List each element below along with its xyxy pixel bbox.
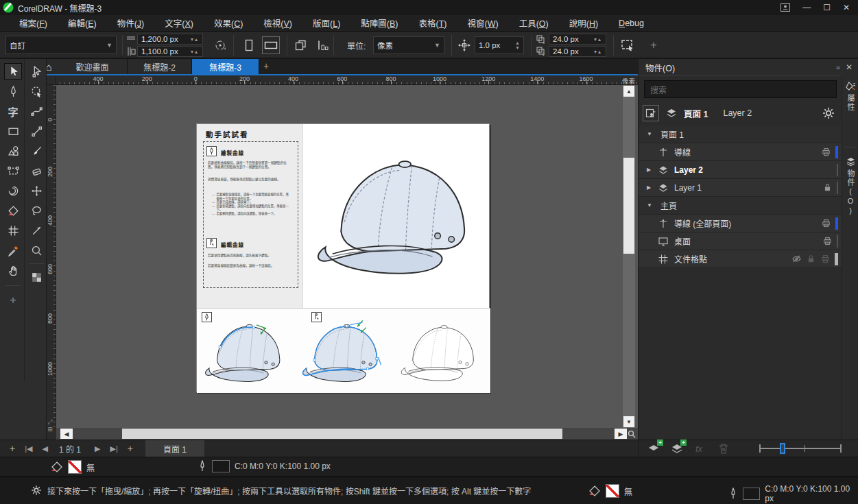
menu-檢視V[interactable]: 檢視(V)	[254, 14, 302, 32]
spline-tool[interactable]	[27, 103, 45, 119]
menu-版面L[interactable]: 版面(L)	[303, 14, 350, 32]
envelope-tool[interactable]	[4, 163, 22, 179]
layer-row-桌面[interactable]: 桌面	[639, 232, 842, 250]
minimize-button[interactable]: —	[802, 3, 811, 12]
gear-icon[interactable]	[822, 106, 835, 120]
menu-物件J[interactable]: 物件(J)	[108, 14, 154, 32]
layer-color-bar[interactable]	[835, 217, 838, 230]
rectangle-tool[interactable]	[4, 123, 22, 139]
page-artwork[interactable]: 動手試試看 繪製曲線 若要繪製曲線線段，請按一下您想要放置第一個節點的位置，然後…	[196, 123, 490, 392]
maximize-button[interactable]: ☐	[823, 3, 831, 12]
eraser-tool[interactable]	[27, 163, 45, 179]
lock-icon[interactable]	[806, 254, 816, 264]
eyedropper-tool[interactable]	[4, 242, 22, 259]
menu-檔案F[interactable]: 檔案(F)	[10, 14, 57, 32]
layer-color-bar[interactable]	[835, 146, 838, 158]
statusbar-fill-none-swatch[interactable]	[606, 484, 619, 498]
next-page-button[interactable]: ▶	[95, 444, 100, 453]
portrait-page-button[interactable]	[240, 36, 258, 54]
pick-tool[interactable]	[4, 63, 22, 80]
horizontal-scrollbar[interactable]: ◀ ▶	[56, 428, 638, 440]
text-tool[interactable]: 字	[4, 103, 22, 119]
docker-tab-objects[interactable]: 物件(O)	[842, 156, 858, 216]
scroll-right-button[interactable]: ▶	[615, 429, 627, 439]
last-page-button[interactable]: ▶|	[110, 444, 117, 453]
horizontal-scroll-thumb[interactable]	[122, 429, 562, 439]
menu-效果C[interactable]: 效果(C)	[204, 14, 252, 32]
drawing-canvas[interactable]: 動手試試看 繪製曲線 若要繪製曲線線段，請按一下您想要放置第一個節點的位置，然後…	[56, 85, 638, 428]
page-width-field[interactable]: 1,200.0 px▾▴	[137, 34, 203, 45]
eye-off-icon[interactable]	[791, 254, 802, 264]
new-layer-button[interactable]: +	[647, 442, 662, 455]
menu-編輯E[interactable]: 編輯(E)	[58, 14, 106, 32]
close-button[interactable]: ✕	[843, 3, 850, 12]
slider-handle[interactable]	[780, 443, 785, 454]
menu-表格T[interactable]: 表格(T)	[409, 14, 457, 32]
horizontal-ruler[interactable]: 像素 40020002004006008001000120014001600	[56, 75, 638, 85]
document-tab-無標題-3[interactable]: 無標題-3	[192, 59, 259, 74]
outline-color-swatch[interactable]	[212, 460, 230, 472]
layer-row-文件格點[interactable]: 文件格點	[639, 250, 842, 268]
add-page-end-button[interactable]: +	[128, 443, 133, 454]
pen-tool[interactable]	[4, 83, 22, 99]
docker-active-row[interactable]: 頁面 1 Layer 2	[639, 102, 842, 124]
layer-row-Layer 2[interactable]: ▶Layer 2	[639, 161, 842, 179]
scroll-up-button[interactable]: ▲	[623, 86, 634, 97]
menu-文字X[interactable]: 文字(X)	[155, 14, 203, 32]
transparency-tool[interactable]	[27, 269, 45, 285]
cap-step1-image[interactable]	[200, 314, 291, 391]
graph-paper-tool[interactable]	[4, 222, 22, 239]
menu-Debug[interactable]: Debug	[609, 16, 654, 30]
menu-視窗W[interactable]: 視窗(W)	[457, 14, 508, 32]
all-pages-icon[interactable]	[292, 36, 310, 54]
scroll-down-button[interactable]: ▼	[623, 416, 634, 427]
more-tools-button[interactable]: +	[4, 292, 22, 309]
document-tab-無標題-2[interactable]: 無標題-2	[128, 59, 192, 74]
units-select[interactable]: 像素▼	[373, 36, 444, 54]
status-gear-icon[interactable]	[30, 484, 43, 496]
docker-collapse-icon[interactable]: »	[836, 63, 846, 71]
layer-color-bar[interactable]	[837, 182, 838, 194]
caret-icon[interactable]: ▼	[647, 202, 655, 208]
printer-icon[interactable]	[821, 218, 831, 228]
cap-step2-image[interactable]	[297, 314, 389, 391]
menu-點陣圖B[interactable]: 點陣圖(B)	[351, 14, 407, 32]
caret-icon[interactable]: ▶	[647, 184, 655, 191]
cap-step3-image[interactable]	[396, 314, 485, 391]
layer-color-bar[interactable]	[835, 253, 838, 265]
vertical-scroll-thumb[interactable]	[623, 158, 634, 254]
layer-row-主頁[interactable]: ▼主頁	[639, 197, 842, 215]
nudge-field[interactable]: 1.0 px▲▼	[475, 36, 524, 54]
lasso-tool[interactable]	[27, 202, 45, 219]
canvas-corner-icons[interactable]: ⤢⊞	[44, 418, 56, 439]
layer-row-導線 (全部頁面)[interactable]: 導線 (全部頁面)	[639, 215, 842, 232]
landscape-page-button[interactable]	[262, 36, 280, 54]
printer-icon[interactable]	[821, 147, 831, 157]
page-tab[interactable]: 頁面 1	[145, 440, 204, 457]
shapes-tool[interactable]	[4, 143, 22, 159]
add-page-start-button[interactable]: +	[10, 443, 15, 454]
page-frame-icon[interactable]	[643, 105, 659, 121]
first-page-button[interactable]: |◀	[25, 444, 32, 453]
layer-row-Layer 1[interactable]: ▶Layer 1	[639, 179, 842, 197]
menu-說明H[interactable]: 說明(H)	[560, 14, 608, 32]
duplicate-y-field[interactable]: 24.0 px▾▴	[549, 46, 606, 57]
new-document-tab-button[interactable]: +	[259, 60, 273, 73]
docker-tab-properties[interactable]: 屬性	[842, 81, 858, 112]
page-height-field[interactable]: 1,100.0 px▾▴	[137, 46, 203, 57]
fill-none-swatch[interactable]	[68, 460, 82, 474]
duplicate-x-field[interactable]: 24.0 px▾▴	[549, 34, 606, 45]
prev-page-button[interactable]: ◀	[43, 444, 48, 453]
layer-row-導線[interactable]: 導線	[639, 143, 842, 161]
zoom-scroll-icon[interactable]	[626, 429, 637, 439]
lock-icon[interactable]	[822, 182, 833, 193]
layer-row-頁面 1[interactable]: ▼頁面 1	[639, 125, 842, 143]
fill-tool[interactable]	[4, 202, 22, 219]
layer-opacity-slider[interactable]	[759, 443, 842, 454]
rotate-angle-icon[interactable]	[211, 36, 229, 54]
statusbar-outline-swatch[interactable]	[743, 488, 760, 500]
layer-color-bar[interactable]	[837, 235, 838, 248]
vertical-ruler[interactable]: 02004006008001000	[47, 85, 56, 428]
new-master-layer-button[interactable]: +	[670, 442, 685, 455]
brush-tool[interactable]	[27, 143, 45, 159]
